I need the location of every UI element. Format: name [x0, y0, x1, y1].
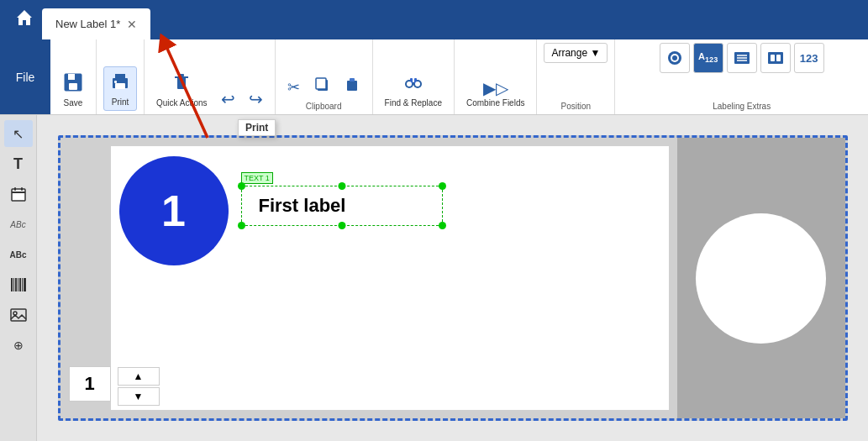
nav-down-button[interactable]: ▼: [118, 387, 160, 406]
ribbon-extras-section: A123 123 Labeling Ext: [615, 39, 868, 114]
print-label: Print: [112, 97, 129, 107]
handle-bm[interactable]: [338, 222, 345, 229]
extras-icon-4[interactable]: [760, 43, 791, 73]
quick-actions-label: Quick Actions: [156, 98, 208, 108]
white-circle: [696, 213, 826, 344]
svg-rect-31: [776, 55, 781, 61]
svg-rect-35: [21, 187, 23, 191]
select-tool[interactable]: ↖: [4, 120, 33, 147]
combine-fields-button[interactable]: ▶▷ Combine Fields: [461, 76, 529, 111]
text-box-container[interactable]: TEXT 1 First label: [241, 171, 443, 226]
extras-section-label: Labeling Extras: [713, 102, 771, 111]
tab-title: New Label 1*: [55, 18, 120, 30]
text-selection-box[interactable]: First label: [241, 186, 443, 226]
extras-123-label: 123: [800, 52, 818, 65]
quick-actions-button[interactable]: Quick Actions: [151, 68, 213, 111]
abc-tool[interactable]: ABc: [4, 211, 33, 238]
print-icon: [109, 71, 131, 96]
svg-marker-0: [17, 10, 32, 25]
svg-rect-42: [24, 278, 26, 291]
undo-icon: ↩: [221, 91, 235, 108]
handle-tr[interactable]: [439, 182, 446, 190]
arrange-button[interactable]: Arrange ▼: [544, 43, 608, 63]
ribbon-arrange-section: Arrange ▼ Position: [537, 39, 615, 114]
canvas-container: 1 TEXT 1 First label: [37, 115, 868, 441]
svg-rect-37: [13, 278, 14, 291]
cut-button[interactable]: ✂: [282, 75, 305, 100]
circle-number: 1: [161, 186, 186, 236]
gray-section: [677, 138, 845, 418]
svg-rect-14: [350, 78, 355, 81]
ribbon-print-section: Print Print: [97, 39, 145, 114]
save-button-group: Save: [57, 43, 89, 111]
svg-rect-2: [68, 74, 75, 80]
nav-up-button[interactable]: ▲: [118, 367, 160, 386]
redo-button[interactable]: ↪: [244, 87, 268, 111]
home-button[interactable]: [7, 3, 42, 36]
extras-icon-3[interactable]: [727, 43, 757, 73]
active-tab: New Label 1* ✕: [42, 8, 150, 39]
print-tooltip: Print: [238, 119, 276, 136]
svg-point-20: [407, 81, 412, 87]
print-button[interactable]: Print: [103, 66, 137, 111]
handle-tm[interactable]: [338, 182, 345, 190]
handle-tl[interactable]: [238, 182, 245, 190]
label-canvas[interactable]: 1 TEXT 1 First label: [58, 135, 848, 421]
circle-element[interactable]: 1: [119, 156, 229, 265]
counter-tool[interactable]: ABc: [4, 241, 33, 268]
combine-icon: ▶▷: [483, 80, 508, 97]
handle-br[interactable]: [439, 222, 446, 229]
clipboard-label: Clipboard: [306, 100, 342, 111]
ribbon: File Save: [0, 39, 868, 115]
save-button[interactable]: Save: [57, 68, 89, 111]
svg-rect-39: [18, 278, 18, 291]
svg-rect-10: [179, 74, 184, 76]
svg-rect-30: [771, 55, 775, 61]
extras-icons-group: A123 123: [660, 43, 824, 73]
tab-close-button[interactable]: ✕: [127, 18, 137, 31]
svg-rect-12: [316, 78, 326, 89]
barcode-tool[interactable]: [4, 271, 33, 298]
paste-icon: [344, 76, 360, 97]
undo-button[interactable]: ↩: [216, 87, 240, 111]
sidebar: ↖ T ABc ABc: [0, 115, 37, 441]
ribbon-clipboard-section: ✂ Clipboard: [276, 39, 373, 114]
find-replace-button[interactable]: Find & Replace: [380, 68, 447, 111]
calendar-tool[interactable]: [4, 181, 33, 207]
text-tool[interactable]: T: [4, 150, 33, 177]
redo-icon: ↪: [249, 91, 263, 108]
binoculars-icon: [402, 71, 424, 97]
svg-rect-36: [11, 278, 13, 291]
save-icon: [62, 71, 84, 97]
label-inner: 1 TEXT 1 First label: [111, 146, 669, 410]
ribbon-quick-actions-section: Quick Actions ↩ ↪: [145, 39, 276, 114]
extras-icon-2[interactable]: A123: [693, 43, 723, 73]
combine-label: Combine Fields: [466, 98, 524, 108]
svg-rect-29: [768, 52, 783, 64]
copy-icon: [313, 76, 330, 97]
trash-icon: [171, 71, 192, 97]
svg-rect-8: [177, 77, 186, 89]
more-tool[interactable]: ⊕: [4, 332, 33, 359]
counter-box: 1: [69, 366, 111, 402]
title-bar: New Label 1* ✕: [0, 0, 868, 39]
svg-rect-9: [175, 76, 188, 78]
extras-icon-1[interactable]: [660, 43, 690, 73]
extras-icon-5[interactable]: 123: [794, 43, 824, 73]
position-label: Position: [561, 102, 592, 111]
paste-button[interactable]: [339, 72, 366, 100]
svg-rect-5: [115, 74, 125, 80]
nav-arrows: ▲ ▼: [118, 367, 160, 406]
image-tool[interactable]: [4, 302, 33, 328]
svg-rect-40: [19, 278, 21, 291]
save-label: Save: [64, 98, 83, 108]
svg-rect-32: [12, 189, 25, 201]
handle-bl[interactable]: [238, 222, 245, 229]
svg-rect-33: [12, 192, 25, 193]
copy-button[interactable]: [308, 72, 335, 100]
arrange-label: Arrange ▼: [551, 47, 600, 59]
extras-a123-label: A123: [698, 51, 718, 64]
file-button[interactable]: File: [0, 39, 50, 114]
svg-point-24: [672, 55, 677, 60]
find-replace-label: Find & Replace: [385, 98, 442, 108]
